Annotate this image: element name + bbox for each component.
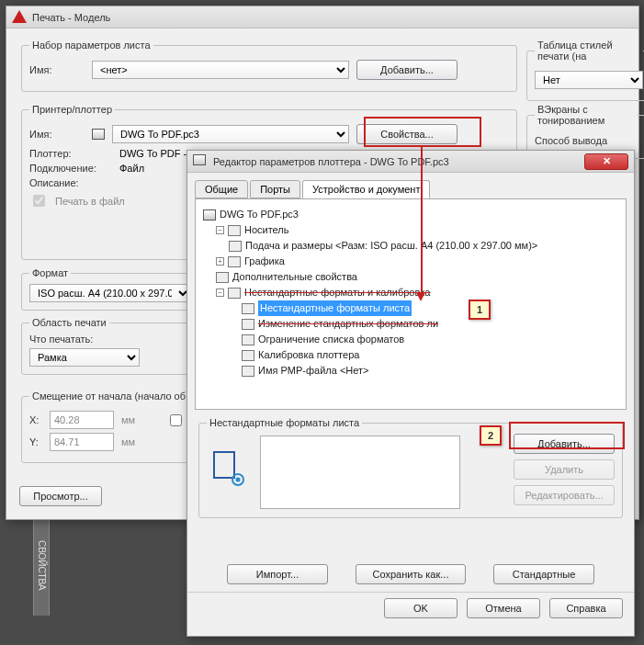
expand-icon[interactable]: + (216, 257, 224, 266)
area-what-select[interactable]: Рамка (29, 348, 140, 367)
close-icon: ✕ (603, 155, 611, 167)
ok-button[interactable]: OK (384, 598, 458, 618)
tree-graphics[interactable]: Графика (244, 254, 285, 269)
page-icon (242, 319, 254, 330)
folder-icon (228, 225, 241, 236)
tree-media[interactable]: Носитель (244, 222, 289, 238)
tab-general[interactable]: Общие (195, 180, 248, 198)
page-icon (242, 350, 254, 361)
config-tree[interactable]: DWG To PDF.pc3 −Носитель Подача и размер… (203, 207, 618, 379)
custom-sizes-list[interactable] (260, 436, 460, 509)
plotter-editor-titlebar: Редактор параметров плоттера - DWG To PD… (187, 151, 634, 173)
tree-root[interactable]: DWG To PDF.pc3 (220, 207, 299, 222)
custom-sizes-legend: Нестандартные форматы листа (207, 417, 362, 428)
print-to-file-check (33, 195, 45, 207)
styles-legend: Таблица стилей печати (на (535, 40, 643, 62)
desc-label: Описание: (29, 177, 112, 188)
format-legend: Формат (29, 267, 71, 278)
tab-device-document[interactable]: Устройство и документ (302, 180, 430, 198)
tree-feed[interactable]: Подача и размеры <Разм: ISO расш. A4 (21… (245, 238, 537, 254)
custom-edit-button: Редактировать... (514, 485, 615, 505)
conn-value: Файл (119, 163, 144, 174)
callout-2: 2 (480, 425, 502, 446)
offset-x-input (50, 411, 114, 429)
offset-center-check[interactable] (170, 414, 182, 426)
plotter-label: Плоттер: (29, 148, 112, 159)
folder-icon (228, 288, 241, 299)
offset-x-unit: мм (121, 414, 135, 425)
page-icon (242, 303, 254, 314)
printer-name-select[interactable]: DWG To PDF.pc3 (112, 125, 349, 143)
cancel-button[interactable]: Отмена (467, 598, 540, 618)
callout-2-text: 2 (488, 430, 493, 441)
shade-method-label: Способ вывода (535, 135, 607, 146)
collapse-icon[interactable]: − (216, 226, 224, 234)
app-icon (12, 10, 27, 25)
annotation-arrow (421, 147, 423, 294)
pageset-name-label: Имя: (29, 64, 85, 75)
printer-icon (92, 129, 105, 140)
page-icon (242, 366, 254, 377)
custom-delete-button: Удалить (514, 459, 615, 480)
callout-1-text: 1 (477, 304, 482, 315)
help-button[interactable]: Справка (549, 598, 623, 618)
offset-y-label: Y: (29, 436, 42, 447)
format-select[interactable]: ISO расш. A4 (210.00 x 297.00 м (29, 284, 191, 302)
svg-point-2 (236, 478, 241, 482)
offset-y-unit: мм (121, 436, 135, 447)
tab-ports[interactable]: Порты (250, 180, 300, 198)
plotter-editor-title: Редактор параметров плоттера - DWG To PD… (213, 156, 449, 167)
print-to-file-label: Печать в файл (55, 196, 125, 207)
offset-x-label: X: (29, 414, 42, 425)
page-icon (242, 334, 254, 345)
pageset-name-select[interactable]: <нет> (92, 61, 349, 79)
page-icon (229, 241, 242, 252)
pageset-legend: Набор параметров листа (29, 40, 153, 51)
plotter-editor-icon (193, 154, 208, 169)
tree-panel: DWG To PDF.pc3 −Носитель Подача и размер… (195, 198, 627, 410)
folder-icon (228, 256, 241, 267)
print-dialog-titlebar: Печать - Модель (6, 6, 638, 28)
offset-legend: Смещение от начала (начало об (29, 390, 188, 402)
tree-pmp[interactable]: Имя PMP-файла <Нет> (258, 363, 368, 379)
plotter-file-icon (203, 209, 216, 221)
area-what-label: Что печатать: (29, 334, 93, 345)
tree-custom-group[interactable]: Нестандартные форматы и калибровка (244, 285, 431, 300)
tree-custom-sizes[interactable]: Нестандартные форматы листа (258, 300, 412, 316)
callout-1: 1 (469, 300, 491, 320)
offset-y-input (50, 433, 114, 451)
printer-name-label: Имя: (29, 129, 85, 140)
collapse-icon[interactable]: − (216, 289, 224, 297)
pageset-add-button[interactable]: Добавить... (356, 60, 458, 80)
tree-filter[interactable]: Ограничение списка форматов (258, 332, 404, 347)
saveas-button[interactable]: Сохранить как... (356, 564, 466, 584)
tree-calib[interactable]: Калибровка плоттера (258, 347, 359, 363)
plotter-editor-dialog: Редактор параметров плоттера - DWG To PD… (186, 150, 635, 637)
props-icon (216, 272, 229, 283)
plotter-value: DWG To PDF - P (119, 148, 197, 159)
conn-label: Подключение: (29, 163, 112, 174)
print-dialog-title: Печать - Модель (32, 12, 110, 23)
annotation-add-box (509, 422, 625, 449)
standard-button[interactable]: Стандартные (493, 564, 594, 584)
printer-legend: Принтер/плоттер (29, 104, 115, 115)
shade-legend: ВЭкраны с тонированием (535, 104, 638, 126)
custom-size-icon (210, 448, 247, 491)
close-button[interactable]: ✕ (584, 153, 628, 170)
svg-rect-0 (214, 452, 234, 478)
styles-select[interactable]: Нет (535, 71, 643, 89)
preview-button[interactable]: Просмотр... (19, 486, 102, 506)
tree-addprops[interactable]: Дополнительные свойства (232, 269, 357, 285)
area-legend: Область печати (29, 317, 109, 328)
tabs: Общие Порты Устройство и документ (195, 180, 634, 198)
tree-modify-std[interactable]: Изменение стандартных форматов ли (258, 316, 438, 332)
annotation-arrowhead-icon (416, 292, 425, 301)
import-button[interactable]: Импорт... (227, 564, 328, 584)
annotation-props-box (364, 117, 481, 147)
properties-side-tab[interactable]: СВОЙСТВА (33, 515, 50, 616)
